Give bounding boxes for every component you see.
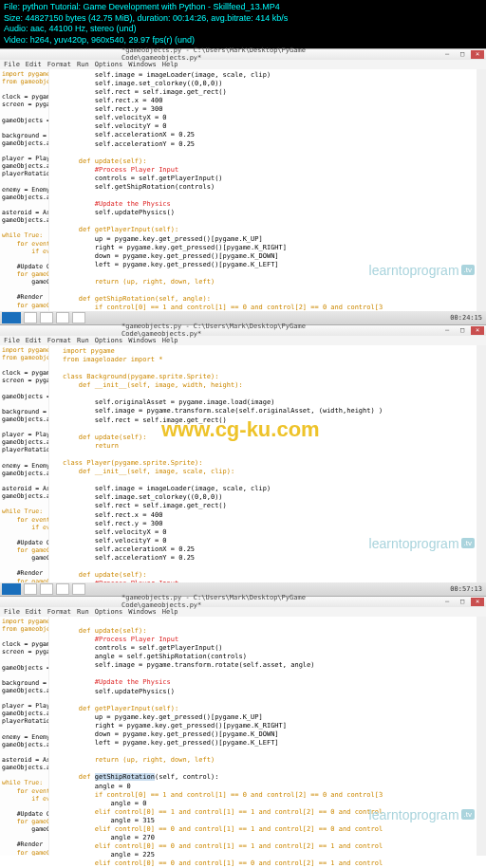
maximize-button[interactable]: □ bbox=[456, 326, 469, 335]
minimize-button[interactable]: – bbox=[440, 598, 454, 606]
maximize-button[interactable]: □ bbox=[456, 598, 469, 606]
audio-line: Audio: aac, 44100 Hz, stereo (und) bbox=[4, 24, 482, 35]
taskbar-item[interactable] bbox=[24, 312, 37, 323]
title-path: *gameobjects.py - C:\Users\Mark\Desktop\… bbox=[122, 323, 364, 338]
menu-run[interactable]: Run bbox=[77, 608, 89, 616]
learntoprogram-logo: learntoprogram.tv bbox=[369, 536, 475, 551]
taskbar-item[interactable] bbox=[56, 312, 69, 323]
menu-options[interactable]: Options bbox=[95, 61, 123, 68]
taskbar-item[interactable] bbox=[40, 583, 53, 595]
scrollbar-2[interactable] bbox=[477, 345, 486, 582]
highlighted-method: getShipRotation bbox=[95, 773, 155, 781]
maximize-button[interactable]: □ bbox=[456, 50, 469, 59]
taskbar-clock: 00:24:15 bbox=[450, 314, 482, 322]
scrollbar-1[interactable] bbox=[477, 69, 486, 311]
menu-edit[interactable]: Edit bbox=[26, 61, 42, 68]
taskbar-item[interactable] bbox=[24, 583, 37, 595]
minimize-button[interactable]: – bbox=[440, 50, 454, 59]
taskbar-item[interactable] bbox=[72, 312, 85, 323]
menu-format[interactable]: Format bbox=[47, 61, 71, 68]
titlebar-1[interactable]: *gameobjects.py - C:\Users\Mark\Desktop\… bbox=[0, 49, 486, 60]
taskbar-item[interactable] bbox=[40, 312, 53, 323]
titlebar-3[interactable]: *gameobjects.py - C:\Users\Mark\Desktop\… bbox=[0, 597, 486, 607]
video-line: Video: h264, yuv420p, 960x540, 29.97 fps… bbox=[4, 35, 482, 46]
editor-pane-2: *gameobjects.py - C:\Users\Mark\Desktop\… bbox=[0, 324, 486, 596]
size-line: Size: 44827150 bytes (42.75 MiB), durati… bbox=[4, 13, 482, 25]
learntoprogram-logo: learntoprogram.tv bbox=[369, 263, 475, 278]
menu-file[interactable]: File bbox=[4, 61, 20, 68]
menu-edit[interactable]: Edit bbox=[26, 337, 42, 344]
menu-options[interactable]: Options bbox=[95, 608, 123, 616]
editor-pane-3: *gameobjects.py - C:\Users\Mark\Desktop\… bbox=[0, 596, 486, 856]
titlebar-2[interactable]: *gameobjects.py - C:\Users\Mark\Desktop\… bbox=[0, 325, 486, 336]
minimize-button[interactable]: – bbox=[440, 326, 454, 335]
start-button[interactable] bbox=[2, 583, 21, 595]
menu-format[interactable]: Format bbox=[47, 337, 71, 344]
menu-format[interactable]: Format bbox=[47, 608, 71, 616]
scrollbar-3[interactable] bbox=[477, 617, 486, 856]
menu-file[interactable]: File bbox=[4, 337, 20, 344]
code-left-strip-2[interactable]: import pygame from gameobjec clock = pyg… bbox=[0, 345, 49, 582]
start-button[interactable] bbox=[2, 312, 21, 323]
media-info-header: File: python Tutorial: Game Development … bbox=[0, 0, 486, 48]
close-button[interactable]: × bbox=[471, 326, 484, 335]
menu-run[interactable]: Run bbox=[77, 337, 89, 344]
taskbar-item[interactable] bbox=[72, 583, 85, 595]
learntoprogram-logo: learntoprogram.tv bbox=[369, 807, 475, 822]
taskbar-item[interactable] bbox=[56, 583, 69, 595]
menu-edit[interactable]: Edit bbox=[26, 608, 42, 616]
file-line: File: python Tutorial: Game Development … bbox=[4, 2, 482, 13]
editor-pane-1: *gameobjects.py - C:\Users\Mark\Desktop\… bbox=[0, 48, 486, 324]
code-left-strip-3[interactable]: import pygame from gameobjec clock = pyg… bbox=[0, 617, 49, 856]
menu-options[interactable]: Options bbox=[95, 337, 123, 344]
code-left-strip-1[interactable]: import pygame from gameobjec clock = pyg… bbox=[0, 69, 49, 311]
close-button[interactable]: × bbox=[471, 598, 484, 606]
close-button[interactable]: × bbox=[471, 50, 484, 59]
watermark-text: www.cg-ku.com bbox=[161, 417, 320, 442]
title-path: *gameobjects.py - C:\Users\Mark\Desktop\… bbox=[122, 46, 364, 62]
title-path: *gameobjects.py - C:\Users\Mark\Desktop\… bbox=[122, 594, 364, 609]
menu-run[interactable]: Run bbox=[77, 61, 89, 68]
menu-file[interactable]: File bbox=[4, 608, 20, 616]
taskbar-clock: 00:57:13 bbox=[450, 585, 482, 593]
